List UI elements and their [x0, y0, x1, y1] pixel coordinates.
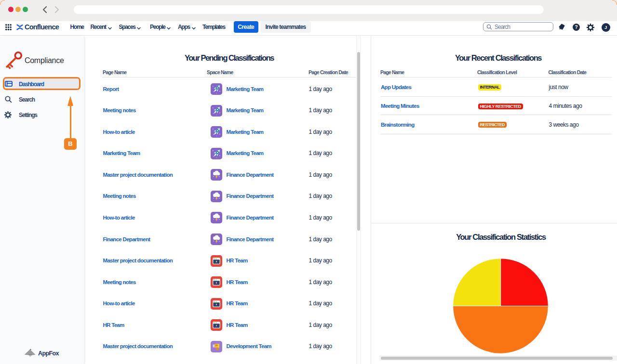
- svg-text:?: ?: [575, 25, 577, 30]
